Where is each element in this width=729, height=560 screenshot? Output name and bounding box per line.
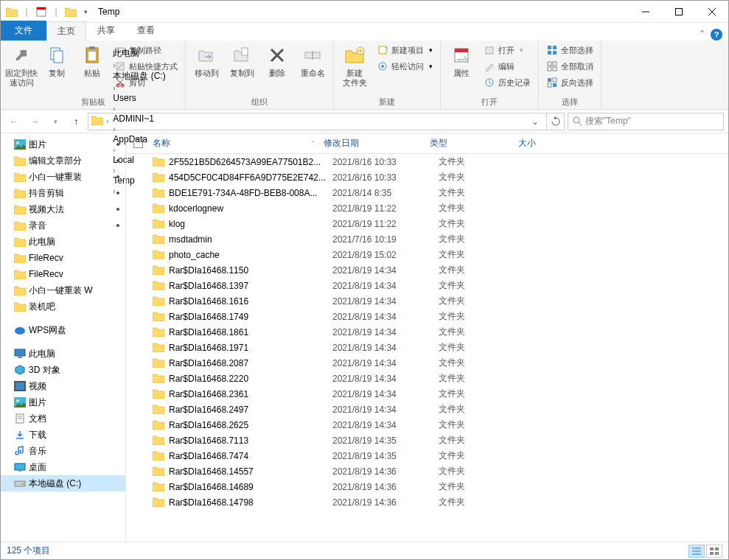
select-all-button[interactable]: 全部选择 xyxy=(543,42,596,58)
column-size[interactable]: 大小 xyxy=(518,137,577,150)
minimize-button[interactable] xyxy=(629,1,662,22)
file-row[interactable]: klog2021/8/19 11:22文件夹 xyxy=(126,216,728,231)
file-row[interactable]: 2F5521B5D6264573A99EA77501B2...2021/8/16… xyxy=(126,154,728,169)
search-input[interactable]: 搜索"Temp" xyxy=(568,113,724,130)
select-all-checkbox[interactable] xyxy=(133,139,153,148)
breadcrumb-segment[interactable]: ADMINI~1 xyxy=(111,113,167,124)
column-type[interactable]: 类型 xyxy=(430,137,518,150)
sidebar-item[interactable]: WPS网盘 xyxy=(1,322,125,338)
paste-button[interactable]: 粘贴 xyxy=(76,42,108,78)
folder-icon[interactable] xyxy=(64,5,77,18)
file-row[interactable]: Rar$DIa16468.19712021/8/19 14:34文件夹 xyxy=(126,340,728,355)
file-row[interactable]: BDE1E791-734A-48FD-BEB8-008A...2021/8/14… xyxy=(126,185,728,200)
sidebar-item[interactable]: 视频大法 xyxy=(1,201,125,217)
rename-button[interactable]: 重命名 xyxy=(296,42,329,78)
sidebar-item[interactable]: 本地磁盘 (C:) xyxy=(1,475,125,491)
file-row[interactable]: Rar$DIa16468.146892021/8/19 14:36文件夹 xyxy=(126,479,728,494)
breadcrumb-segment[interactable]: Users xyxy=(111,93,167,103)
sidebar-item[interactable]: 抖音剪辑 xyxy=(1,185,125,201)
sidebar-item[interactable]: 下载 xyxy=(1,427,125,443)
file-row[interactable]: msdtadmin2021/7/16 10:19文件夹 xyxy=(126,231,728,247)
file-row[interactable]: Rar$DIa16468.147982021/8/19 14:36文件夹 xyxy=(126,494,728,510)
navigation-pane[interactable]: 图片编辑文章部分小白一键重装抖音剪辑视频大法录音此电脑FileRecvFileR… xyxy=(1,133,126,542)
sidebar-item[interactable]: 此电脑 xyxy=(1,234,125,250)
properties-button[interactable]: 属性 xyxy=(445,42,478,78)
collapse-ribbon-icon[interactable]: ˅ xyxy=(700,29,705,41)
file-row[interactable]: Rar$DIa16468.145572021/8/19 14:36文件夹 xyxy=(126,463,728,479)
help-icon[interactable]: ? xyxy=(711,29,722,41)
breadcrumb-segment[interactable]: 此电脑 xyxy=(111,47,167,60)
new-folder-button[interactable]: 新建 文件夹 xyxy=(338,42,371,88)
file-row[interactable]: Rar$DIa16468.22202021/8/19 14:34文件夹 xyxy=(126,371,728,386)
chevron-right-icon[interactable]: › xyxy=(111,105,116,113)
breadcrumb-dropdown[interactable]: ⌄ xyxy=(527,116,543,127)
file-row[interactable]: Rar$DIa16468.16162021/8/19 14:34文件夹 xyxy=(126,293,728,309)
new-item-button[interactable]: 新建项目▾ xyxy=(374,42,436,58)
sidebar-item[interactable]: 桌面 xyxy=(1,459,125,475)
column-name[interactable]: 名称˅ xyxy=(153,137,324,150)
properties-icon[interactable] xyxy=(35,5,48,18)
file-row[interactable]: Rar$DIa16468.20872021/8/19 14:34文件夹 xyxy=(126,355,728,371)
breadcrumb-segment[interactable]: 本地磁盘 (C:) xyxy=(111,70,167,83)
sidebar-item[interactable]: 视频 xyxy=(1,378,125,394)
qat-dropdown-icon[interactable]: ▾ xyxy=(79,5,92,18)
sidebar-item[interactable]: 音乐 xyxy=(1,443,125,459)
move-to-button[interactable]: 移动到 xyxy=(190,42,223,78)
chevron-right-icon[interactable]: › xyxy=(105,117,110,125)
file-row[interactable]: photo_cache2021/8/19 15:02文件夹 xyxy=(126,247,728,262)
chevron-right-icon[interactable]: › xyxy=(111,84,116,92)
open-button[interactable]: 打开▾ xyxy=(481,42,534,58)
column-date[interactable]: 修改日期 xyxy=(324,137,430,150)
easy-access-button[interactable]: 轻松访问▾ xyxy=(374,58,436,74)
sidebar-item[interactable]: FileRecv xyxy=(1,266,125,282)
copy-to-button[interactable]: 复制到 xyxy=(226,42,258,78)
recent-dropdown[interactable]: ▾ xyxy=(46,113,64,130)
file-list[interactable]: 2F5521B5D6264573A99EA77501B2...2021/8/16… xyxy=(126,154,728,542)
back-button[interactable]: ← xyxy=(5,113,23,130)
up-button[interactable]: ↑ xyxy=(67,113,85,130)
file-row[interactable]: Rar$DIa16468.74742021/8/19 14:35文件夹 xyxy=(126,448,728,463)
details-view-button[interactable] xyxy=(688,545,705,558)
chevron-right-icon[interactable]: › xyxy=(111,125,116,133)
history-button[interactable]: 历史记录 xyxy=(481,74,534,91)
file-row[interactable]: Rar$DIa16468.24972021/8/19 14:34文件夹 xyxy=(126,402,728,417)
edit-button[interactable]: 编辑 xyxy=(481,58,534,74)
sidebar-item[interactable]: 小白一键重装 xyxy=(1,169,125,185)
chevron-right-icon[interactable]: › xyxy=(111,61,116,69)
file-row[interactable]: Rar$DIa16468.26252021/8/19 14:34文件夹 xyxy=(126,417,728,433)
file-row[interactable]: Rar$DIa16468.23612021/8/19 14:34文件夹 xyxy=(126,386,728,402)
tab-file[interactable]: 文件 xyxy=(1,21,46,41)
sidebar-item[interactable]: 录音 xyxy=(1,217,125,234)
tab-share[interactable]: 共享 xyxy=(86,21,126,41)
delete-button[interactable]: 删除 xyxy=(261,42,293,78)
tab-view[interactable]: 查看 xyxy=(126,21,166,41)
file-row[interactable]: Rar$DIa16468.11502021/8/19 14:34文件夹 xyxy=(126,262,728,278)
file-row[interactable]: Rar$DIa16468.18612021/8/19 14:34文件夹 xyxy=(126,324,728,340)
tab-home[interactable]: 主页 xyxy=(46,21,86,41)
sidebar-item[interactable]: 图片 xyxy=(1,136,125,153)
sidebar-item[interactable]: FileRecv xyxy=(1,250,125,266)
pin-to-quick-access-button[interactable]: 固定到快 速访问 xyxy=(5,42,38,88)
invert-selection-button[interactable]: 反向选择 xyxy=(543,74,596,91)
breadcrumb[interactable]: › 此电脑›本地磁盘 (C:)›Users›ADMINI~1›AppData›L… xyxy=(88,113,547,130)
sidebar-item[interactable]: 装机吧 xyxy=(1,298,125,315)
forward-button[interactable]: → xyxy=(26,113,43,130)
refresh-button[interactable] xyxy=(547,113,565,130)
file-row[interactable]: Rar$DIa16468.71132021/8/19 14:35文件夹 xyxy=(126,433,728,448)
sidebar-item[interactable]: 3D 对象 xyxy=(1,362,125,378)
file-row[interactable]: kdocerlognew2021/8/19 11:22文件夹 xyxy=(126,200,728,216)
maximize-button[interactable] xyxy=(662,1,695,22)
large-icons-view-button[interactable] xyxy=(706,545,722,558)
file-row[interactable]: Rar$DIa16468.13972021/8/19 14:34文件夹 xyxy=(126,278,728,293)
file-row[interactable]: 454D5CF0C4D84FF6A9D775E2E742...2021/8/16… xyxy=(126,169,728,185)
select-none-button[interactable]: 全部取消 xyxy=(543,58,596,74)
sidebar-item[interactable]: 编辑文章部分 xyxy=(1,153,125,169)
file-row[interactable]: Rar$DIa16468.17492021/8/19 14:34文件夹 xyxy=(126,309,728,324)
desktop-icon xyxy=(14,461,26,473)
close-button[interactable] xyxy=(695,1,728,22)
sidebar-item[interactable]: 文档 xyxy=(1,410,125,427)
sidebar-item[interactable]: 此电脑 xyxy=(1,346,125,362)
sidebar-item[interactable]: 图片 xyxy=(1,394,125,410)
copy-button[interactable]: 复制 xyxy=(41,42,73,78)
sidebar-item[interactable]: 小白一键重装 W xyxy=(1,282,125,298)
